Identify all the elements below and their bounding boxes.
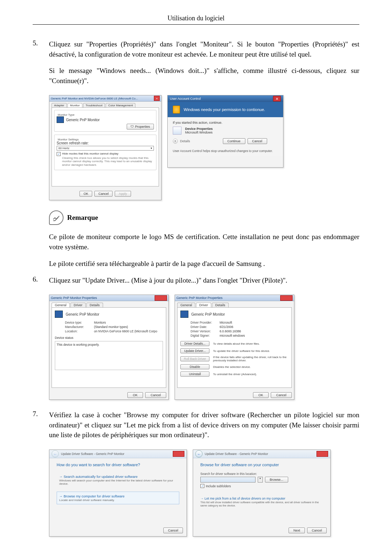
tab-details[interactable]: Details xyxy=(212,303,229,307)
let-me-pick-link[interactable]: → Let me pick from a list of device driv… xyxy=(200,497,323,500)
search-path-combobox[interactable] xyxy=(200,477,256,483)
location-value: on NVIDIA GeForce 6600 LE (Microsoft Cor… xyxy=(94,329,157,333)
device-properties-driver-dialog: Generic PnP Monitor Properties General D… xyxy=(175,295,294,400)
option-browse-my-computer[interactable]: → Browse my computer for driver software… xyxy=(57,492,179,504)
location-label: Location: xyxy=(65,329,94,333)
running-header: Utilisation du logiciel xyxy=(33,15,359,22)
option-2-desc: Locate and install driver software manua… xyxy=(59,498,177,502)
disable-button[interactable]: Disable xyxy=(180,364,209,369)
tab-details[interactable]: Details xyxy=(86,303,103,307)
device-properties-general-dialog: Generic PnP Monitor Properties General D… xyxy=(49,295,169,400)
update-driver-button[interactable]: Update Driver... xyxy=(180,348,209,353)
cancel-button[interactable]: Cancel xyxy=(271,392,292,398)
tab-driver[interactable]: Driver xyxy=(70,303,86,307)
step-6: 6. Cliquez sur "Update Driver... (Mise à… xyxy=(33,275,359,286)
refresh-rate-select[interactable]: 60 Hertz ▾ xyxy=(57,146,154,151)
back-icon[interactable]: ← xyxy=(195,450,203,457)
wizard-question: How do you want to search for driver sof… xyxy=(57,463,179,467)
monitor-icon xyxy=(57,116,64,123)
back-icon[interactable]: ← xyxy=(52,450,59,457)
include-subfolders-checkbox[interactable]: ✓ xyxy=(200,484,204,488)
screenshot-row-3: ← Update Driver Software - Generic PnP M… xyxy=(49,450,359,537)
details-expander[interactable]: ▾ Details xyxy=(173,139,190,144)
dialog-tabs: Adapter Monitor Troubleshoot Color Manag… xyxy=(49,102,161,107)
ok-button[interactable]: OK xyxy=(253,392,269,398)
dialog-titlebar: Generic PnP Monitor and NVIDIA GeForce 6… xyxy=(49,95,161,102)
dialog-title: Generic PnP Monitor Properties xyxy=(51,296,97,300)
driver-version-label: Driver Version: xyxy=(191,329,220,333)
manufacturer-label: Manufacturer: xyxy=(65,325,94,329)
cancel-button[interactable]: Cancel xyxy=(163,528,183,533)
close-icon[interactable]: × xyxy=(154,96,160,101)
browse-button[interactable]: Browse... xyxy=(265,477,288,483)
device-status-box: This device is working properly. xyxy=(55,341,163,370)
next-button[interactable]: Next xyxy=(289,528,305,533)
driver-details-button[interactable]: Driver Details... xyxy=(180,341,209,346)
shield-icon xyxy=(173,106,180,114)
close-icon[interactable] xyxy=(155,295,167,301)
option-search-automatically[interactable]: → Search automatically for updated drive… xyxy=(57,472,179,488)
continue-button[interactable]: Continue xyxy=(223,138,245,144)
close-icon[interactable] xyxy=(173,451,184,457)
step-6-text: Cliquez sur "Update Driver... (Mise à jo… xyxy=(49,275,359,286)
roll-back-driver-desc: If the device fails after updating the d… xyxy=(213,356,289,362)
hide-modes-checkbox[interactable]: ✓ xyxy=(57,152,61,156)
tab-troubleshoot[interactable]: Troubleshoot xyxy=(83,103,105,107)
app-icon xyxy=(173,127,181,135)
tab-color-management[interactable]: Color Management xyxy=(106,103,135,107)
tab-monitor[interactable]: Monitor xyxy=(68,103,82,107)
uac-headline: Windows needs your permission to contion… xyxy=(184,107,265,112)
properties-button[interactable]: 🛡 Properties xyxy=(127,124,154,130)
properties-button-label: Properties xyxy=(135,125,150,128)
ok-button[interactable]: OK xyxy=(79,191,92,197)
disable-desc: Disables the selected device. xyxy=(213,365,289,369)
manufacturer-value: (Standard monitor types) xyxy=(94,325,128,329)
step-5-number: 5. xyxy=(33,39,49,86)
close-icon[interactable]: ✕ xyxy=(273,96,281,102)
apply-button[interactable]: Apply xyxy=(115,191,131,197)
device-name: Generic PnP Monitor xyxy=(191,312,225,316)
update-driver-wizard-browse: ← Update Driver Software - Generic PnP M… xyxy=(193,450,331,537)
cancel-button[interactable]: Cancel xyxy=(307,528,327,533)
cancel-button[interactable]: Cancel xyxy=(145,392,166,398)
cancel-button[interactable]: Cancel xyxy=(248,138,267,144)
driver-provider-value: Microsoft xyxy=(220,321,232,324)
device-type-label: Device type: xyxy=(65,321,94,324)
uac-app-publisher: Microsoft Windows xyxy=(185,131,213,134)
note-heading: Remarque xyxy=(49,210,359,225)
chevron-down-icon: ▾ xyxy=(173,139,178,144)
tab-general[interactable]: General xyxy=(52,303,70,307)
step-7-number: 7. xyxy=(33,410,49,440)
step-7: 7. Vérifiez la case à cocher "Browse my … xyxy=(33,410,359,440)
step-5-text-1: Cliquez sur "Properties (Propriétés)" da… xyxy=(49,39,359,59)
ok-button[interactable]: OK xyxy=(127,392,143,398)
screenshot-row-1: Generic PnP Monitor and NVIDIA GeForce 6… xyxy=(49,95,359,200)
driver-date-value: 6/21/2006 xyxy=(220,325,233,329)
digital-signer-value: microsoft windows xyxy=(220,334,245,337)
uninstall-button[interactable]: Uninstall xyxy=(180,372,209,377)
uac-titlebar: User Account Control ✕ xyxy=(168,95,283,102)
monitor-settings-group: Monitor Settings Screen refresh rate: 60… xyxy=(54,135,156,170)
roll-back-driver-button[interactable]: Roll Back Driver xyxy=(180,356,209,361)
screenshot-row-2: Generic PnP Monitor Properties General D… xyxy=(49,295,359,400)
step-7-text: Vérifiez la case à cocher "Browse my com… xyxy=(49,410,359,440)
dialog-title: Generic PnP Monitor Properties xyxy=(176,296,222,300)
device-type-value: Monitors xyxy=(94,321,106,324)
option-1-desc: Windows will search your computer and th… xyxy=(59,479,177,485)
monitor-properties-dialog: Generic PnP Monitor and NVIDIA GeForce 6… xyxy=(49,95,162,200)
close-icon[interactable] xyxy=(280,295,293,301)
tab-driver[interactable]: Driver xyxy=(196,303,211,307)
monitor-icon xyxy=(180,311,188,318)
refresh-rate-label: Screen refresh rate: xyxy=(57,141,154,145)
device-status-label: Device status xyxy=(55,336,163,340)
chevron-down-icon[interactable]: ▾ xyxy=(258,477,263,483)
tab-adapter[interactable]: Adapter xyxy=(52,103,67,107)
tab-general[interactable]: General xyxy=(177,303,195,307)
cancel-button[interactable]: Cancel xyxy=(94,191,113,197)
update-driver-desc: To update the driver software for this d… xyxy=(213,349,289,353)
wizard-breadcrumb: Update Driver Software - Generic PnP Mon… xyxy=(61,452,124,456)
close-icon[interactable] xyxy=(317,451,328,457)
uac-footer-text: User Account Control helps stop unauthor… xyxy=(173,149,278,153)
update-driver-wizard-search: ← Update Driver Software - Generic PnP M… xyxy=(49,450,187,537)
dialog-panel: Monitor Type Generic PnP Monitor 🛡 Prope… xyxy=(52,107,159,186)
